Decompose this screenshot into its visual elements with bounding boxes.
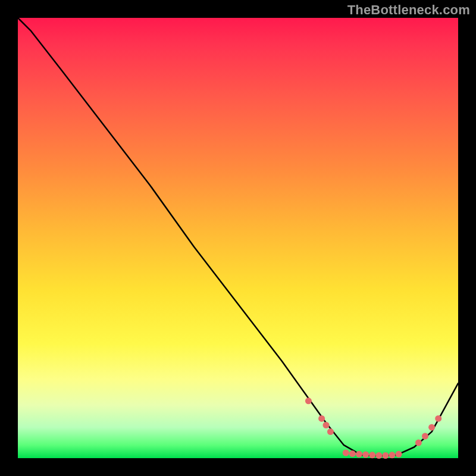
marker-dot	[318, 415, 325, 422]
marker-dot	[362, 452, 369, 458]
marker-dot	[382, 452, 389, 459]
chart-overlay	[18, 18, 458, 458]
marker-dot	[343, 450, 349, 456]
marker-dot	[389, 452, 396, 458]
marker-dot	[356, 451, 362, 458]
marker-dot	[375, 452, 382, 459]
plot-area	[18, 18, 458, 458]
watermark-text: TheBottleneck.com	[347, 2, 470, 18]
marker-dot	[396, 451, 402, 458]
marker-dot	[369, 452, 375, 458]
marker-dot	[327, 428, 334, 435]
marker-dot	[422, 433, 428, 440]
marker-dot	[305, 397, 312, 404]
chart-stage: TheBottleneck.com	[0, 0, 476, 476]
marker-dot	[428, 424, 435, 431]
marker-dot	[349, 450, 356, 457]
marker-dots-group	[305, 397, 441, 459]
bottleneck-curve-line	[18, 18, 458, 456]
marker-dot	[415, 440, 422, 446]
marker-dot	[323, 422, 330, 428]
marker-dot	[435, 415, 441, 422]
